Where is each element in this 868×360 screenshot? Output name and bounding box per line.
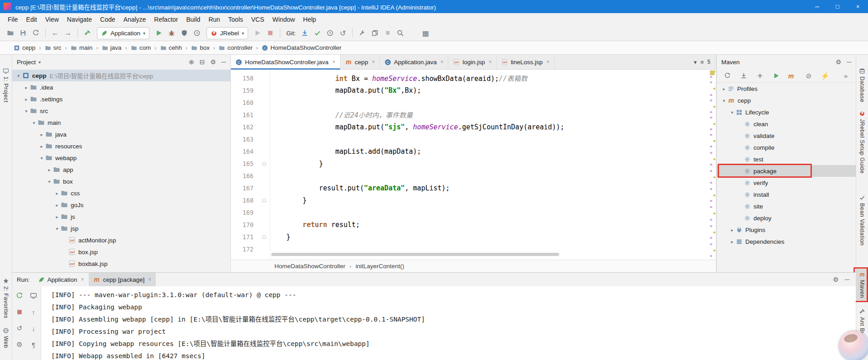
tool-button-2-favorites[interactable]: 2: Favorites	[0, 275, 12, 321]
run-console[interactable]: [INFO] --- maven-war-plugin:3.1.0:war (d…	[41, 286, 856, 360]
close-button[interactable]: ×	[848, 0, 868, 13]
line-number[interactable]: 163	[231, 136, 258, 143]
breadcrumb-main[interactable]: main	[71, 44, 92, 51]
tree-toggle-icon[interactable]: ▸	[38, 144, 45, 149]
tree-toggle-icon[interactable]: ▸	[53, 203, 61, 208]
project-item-box-jsp[interactable]: JSPbox.jsp	[12, 246, 230, 258]
project-item-jsp[interactable]: ▾jsp	[12, 223, 230, 234]
search-everywhere-icon[interactable]	[394, 27, 406, 39]
synchronize-icon[interactable]	[30, 27, 42, 39]
scroll-to-end-icon[interactable]: ≡	[28, 355, 39, 360]
stop-icon[interactable]	[14, 306, 25, 318]
project-item-webapp[interactable]: ▾webapp	[12, 152, 230, 164]
tabs-list-icon[interactable]: ≡	[700, 59, 704, 66]
breadcrumb-com[interactable]: com	[131, 44, 151, 51]
line-number[interactable]: 161	[231, 111, 258, 118]
build-project-icon[interactable]	[82, 27, 93, 39]
hide-run-icon[interactable]: ─	[845, 276, 849, 283]
maven-more-icon[interactable]: »	[840, 70, 852, 82]
maven-item-site[interactable]: site	[717, 200, 856, 212]
close-tab-icon[interactable]: ×	[547, 59, 550, 65]
restore-layout-icon[interactable]: ↺	[14, 322, 25, 334]
breadcrumb-controller[interactable]: controller	[219, 44, 253, 51]
run-console-settings-icon[interactable]: ⚙	[14, 339, 25, 351]
tree-toggle-icon[interactable]: ▸	[53, 191, 61, 196]
download-sources-icon[interactable]	[738, 70, 749, 82]
line-number[interactable]: 169	[231, 209, 258, 216]
project-item-app[interactable]: ▸app	[12, 164, 230, 175]
git-rollback-icon[interactable]: ↺	[337, 27, 349, 39]
editor-tab-cepp[interactable]: mcepp×	[340, 55, 380, 69]
fold-marker[interactable]	[258, 161, 270, 166]
skip-tests-icon[interactable]: ⊘	[803, 70, 815, 82]
project-item-actmonitor-jsp[interactable]: JSPactMonitor.jsp	[12, 234, 230, 246]
run-icon[interactable]	[153, 27, 165, 39]
project-item-css[interactable]: ▸css	[12, 187, 230, 199]
maximize-button[interactable]: □	[827, 0, 848, 13]
tool-button-bean-validation[interactable]: Bean Validation	[856, 192, 868, 248]
editor-tab-homedatashowcontroller-java[interactable]: CHomeDataShowController.java×	[231, 55, 340, 69]
menu-run[interactable]: Run	[204, 13, 224, 25]
line-number[interactable]: 172	[231, 246, 258, 253]
maven-item-deploy[interactable]: deploy	[717, 212, 856, 224]
tree-toggle-icon[interactable]: ▾	[15, 73, 22, 78]
editor-tab-lineloss-jsp[interactable]: JSPlineLoss.jsp×	[497, 55, 555, 69]
maven-item-cepp[interactable]: ▾mcepp	[717, 95, 856, 106]
menu-tools[interactable]: Tools	[224, 13, 247, 25]
structure-view-icon[interactable]: ≡	[382, 27, 393, 39]
git-commit-icon[interactable]	[312, 27, 323, 39]
tree-toggle-icon[interactable]: ▾	[729, 110, 736, 115]
tree-toggle-icon[interactable]: ▾	[30, 120, 38, 125]
reimport-maven-icon[interactable]	[721, 70, 733, 82]
debug-icon[interactable]	[166, 27, 177, 39]
tree-toggle-icon[interactable]: ▸	[720, 86, 728, 91]
tool-button-database[interactable]: Database	[856, 66, 868, 105]
save-all-icon[interactable]	[17, 27, 29, 39]
git-update-icon[interactable]	[299, 27, 311, 39]
maven-item-plugins[interactable]: ▸Plugins	[717, 224, 856, 236]
run-tab-cepp-package[interactable]: mcepp [package]×	[89, 273, 156, 286]
line-number[interactable]: 165	[231, 160, 258, 167]
maven-item-dependencies[interactable]: ▸Dependencies	[717, 236, 856, 247]
run-coverage-icon[interactable]	[178, 27, 190, 39]
menu-file[interactable]: File	[4, 13, 22, 25]
line-number[interactable]: 164	[231, 148, 258, 155]
project-options-icon[interactable]: ⚙	[211, 58, 216, 66]
menu-refactor[interactable]: Refactor	[150, 13, 182, 25]
menu-navigate[interactable]: Navigate	[63, 13, 96, 25]
tabs-dropdown-icon[interactable]: ▾	[694, 59, 697, 66]
horizontal-scrollbar[interactable]	[271, 253, 559, 256]
menu-analyze[interactable]: Analyze	[120, 13, 150, 25]
line-number[interactable]: 162	[231, 123, 258, 131]
tree-toggle-icon[interactable]: ▸	[38, 132, 45, 137]
locate-file-icon[interactable]: ⊕	[189, 58, 194, 66]
project-item-gojs[interactable]: ▸goJs	[12, 199, 230, 211]
open-icon[interactable]	[5, 27, 16, 39]
compare-icon[interactable]	[369, 27, 381, 39]
tree-toggle-icon[interactable]: ▾	[38, 156, 45, 161]
maven-item-profiles[interactable]: ▸Profiles	[717, 83, 856, 95]
project-item-resources[interactable]: ▸resources	[12, 140, 230, 152]
tree-toggle-icon[interactable]: ▸	[53, 214, 61, 219]
execute-maven-goal-icon[interactable]: m	[786, 70, 798, 82]
add-maven-project-icon[interactable]	[754, 70, 766, 82]
close-tab-icon[interactable]: ×	[440, 59, 443, 65]
project-item-box[interactable]: ▾box	[12, 175, 230, 187]
line-number[interactable]: 166	[231, 172, 258, 180]
git-history-icon[interactable]	[324, 27, 336, 39]
breadcrumb-homedatashowcontroller[interactable]: CHomeDataShowController	[262, 44, 341, 51]
project-item-boxbak-jsp[interactable]: JSPboxbak.jsp	[12, 258, 230, 270]
run-maven-build-icon[interactable]	[770, 70, 782, 82]
code-editor[interactable]: 158 int Bx = homeService.showBxData(area…	[231, 70, 710, 260]
jrebel-combo[interactable]: JRebel▾	[206, 27, 248, 39]
maven-item-compile[interactable]: compile	[717, 142, 856, 153]
project-item-src[interactable]: ▾src	[12, 105, 230, 117]
tool-button-web[interactable]: Web	[0, 325, 12, 351]
collapse-all-icon[interactable]: ⊟	[200, 58, 205, 66]
line-number[interactable]: 160	[231, 99, 258, 106]
maven-item-validate[interactable]: validate	[717, 130, 856, 142]
tree-toggle-icon[interactable]: ▾	[46, 179, 53, 184]
tool-button-maven[interactable]: mMaven	[856, 269, 868, 300]
next-message-icon[interactable]: ↓	[28, 322, 39, 334]
prev-message-icon[interactable]: ↑	[28, 306, 39, 318]
